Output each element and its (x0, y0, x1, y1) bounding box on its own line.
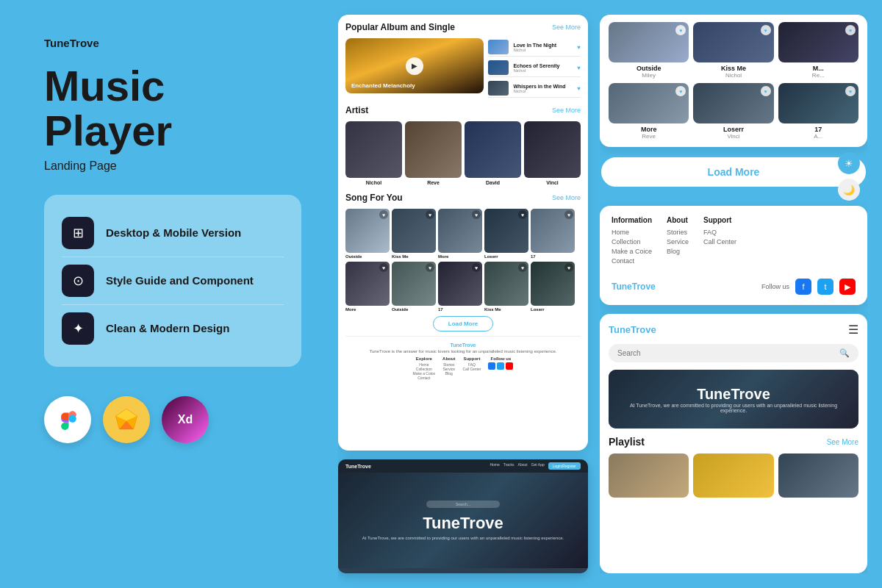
playlist-card-3[interactable] (778, 453, 858, 498)
artist-photo-1 (345, 121, 402, 178)
mobile-menu-icon[interactable]: ☰ (848, 323, 858, 337)
album-item-2: Echoes of Serenity Nichol ♥ (488, 59, 581, 77)
info-col-about: About Stories Service Blog (667, 216, 689, 267)
heart-icon-2[interactable]: ♥ (577, 65, 581, 71)
xd-icon: Xd (162, 396, 209, 443)
right-song-img-4: ♥ (609, 83, 689, 123)
artist-photo-4 (524, 121, 581, 178)
main-title: Music Player (44, 64, 301, 154)
song-name-2: Kiss Me (392, 254, 436, 259)
album-list: Love In The Night Nichol ♥ Echoes of Ser… (488, 38, 581, 98)
playlist-card-1[interactable] (609, 453, 689, 498)
footer-explore-title: Explore (413, 356, 436, 361)
artist-name-4: Vinci (524, 180, 581, 185)
info-info-collection[interactable]: Collection (612, 238, 652, 245)
song-heart-9[interactable]: ♥ (518, 263, 527, 272)
song-heart-3[interactable]: ♥ (472, 210, 481, 219)
landing-register-btn[interactable]: Login/Register (548, 462, 581, 470)
footer-yt-icon[interactable] (506, 362, 513, 370)
song-section: Song For You See More ♥ Outside ♥ Kiss M… (345, 193, 581, 312)
landing-nav-app[interactable]: Get App (531, 462, 545, 470)
artist-see-more[interactable]: See More (552, 107, 581, 114)
center-mockup-column: Popular Album and Single See More Enchan… (338, 15, 588, 573)
feature-item-3: ✦ Clean & Modern Design (62, 304, 284, 352)
artist-4: Vinci (524, 121, 581, 185)
popular-see-more[interactable]: See More (552, 24, 581, 31)
song-heart-1[interactable]: ♥ (379, 210, 388, 219)
song-heart-5[interactable]: ♥ (564, 210, 573, 219)
landing-nav-about[interactable]: About (518, 462, 528, 470)
info-about-blog[interactable]: Blog (667, 248, 689, 255)
info-about-stories[interactable]: Stories (667, 229, 689, 236)
heart-icon-1[interactable]: ♥ (577, 44, 581, 51)
mobile-playlist-section: Playlist See More (609, 436, 858, 498)
info-info-contact[interactable]: Contact (612, 257, 652, 265)
right-song-4: ♥ More Reve (609, 83, 689, 140)
artist-photo-2 (405, 121, 462, 178)
right-song-img-3: ♥ (778, 22, 858, 62)
song-name-9: Kiss Me (484, 307, 528, 312)
playlist-title: Playlist (609, 436, 645, 448)
facebook-icon[interactable]: f (795, 279, 811, 295)
left-panel: TuneTrove Music Player Landing Page ⊞ De… (0, 0, 338, 588)
song-name-8: 17 (438, 307, 482, 312)
info-about-service[interactable]: Service (667, 238, 689, 245)
album-info-2: Echoes of Serenity Nichol (513, 63, 573, 73)
mobile-hero-title: TuneTrove (697, 386, 770, 403)
right-heart-2[interactable]: ♥ (761, 25, 771, 35)
info-support-faq[interactable]: FAQ (703, 229, 736, 236)
landing-logo: TuneTrove (345, 464, 371, 469)
dark-theme-button[interactable]: 🌙 (838, 179, 860, 201)
tool-icons: Xd (44, 396, 301, 443)
info-cols: Information Home Collection Make a Coice… (612, 216, 856, 267)
landing-nav-tracks[interactable]: Tracks (503, 462, 514, 470)
info-support-call[interactable]: Call Center (703, 238, 736, 245)
load-more-button[interactable]: Load More (600, 156, 867, 188)
song-heart-8[interactable]: ♥ (472, 263, 481, 272)
song-heart-10[interactable]: ♥ (564, 263, 573, 272)
heart-icon-3[interactable]: ♥ (577, 85, 581, 92)
landing-search-bar[interactable]: Search... (426, 501, 500, 508)
right-song-title-3: M... (778, 65, 858, 72)
song-item-4: ♥ Loserr (484, 209, 528, 259)
playlist-card-2[interactable] (693, 453, 773, 498)
song-heart-4[interactable]: ♥ (518, 210, 527, 219)
mobile-search[interactable]: 🔍 (609, 344, 858, 362)
playlist-see-more[interactable]: See More (827, 438, 858, 446)
song-heart-2[interactable]: ♥ (426, 210, 434, 219)
footer-explore-contact[interactable]: Contact (413, 376, 436, 380)
info-info-home[interactable]: Home (612, 229, 652, 236)
song-name-4: Loserr (484, 254, 528, 259)
landing-nav-home[interactable]: Home (490, 462, 499, 470)
right-heart-5[interactable]: ♥ (761, 86, 771, 96)
youtube-icon[interactable]: ▶ (839, 279, 856, 295)
right-heart-3[interactable]: ♥ (845, 25, 856, 35)
right-heart-6[interactable]: ♥ (845, 86, 856, 96)
song-heart-6[interactable]: ♥ (379, 263, 388, 272)
footer-fb-icon[interactable] (488, 362, 495, 370)
footer-tw-icon[interactable] (497, 362, 504, 370)
mobile-search-input[interactable] (617, 349, 835, 357)
album-info-1: Love In The Night Nichol (513, 43, 573, 52)
album-thumb-3 (488, 81, 509, 96)
popular-section: Popular Album and Single See More Enchan… (345, 22, 581, 98)
footer-followus: Follow us (488, 356, 513, 380)
song-see-more[interactable]: See More (552, 194, 581, 201)
footer-explore-col: Explore Home Collection Make a Coice Con… (413, 356, 436, 380)
feature-label-2: Style Guide and Component (106, 274, 254, 287)
play-button[interactable]: ▶ (406, 57, 423, 75)
landing-hero-title: TuneTrove (423, 514, 503, 533)
right-song-img-1: ♥ (609, 22, 689, 62)
album-main-title: Enchanted Melancholy (351, 82, 415, 89)
load-more-small-button[interactable]: Load More (433, 316, 493, 331)
footer-support-call[interactable]: Call Center (462, 367, 481, 371)
twitter-icon[interactable]: t (817, 279, 833, 295)
right-side: Popular Album and Single See More Enchan… (338, 0, 882, 588)
right-heart-1[interactable]: ♥ (675, 25, 686, 35)
song-heart-7[interactable]: ♥ (426, 263, 434, 272)
info-info-make[interactable]: Make a Coice (612, 248, 652, 255)
footer-about-blog[interactable]: Blog (442, 371, 455, 376)
light-theme-button[interactable]: ☀ (838, 152, 860, 174)
right-heart-4[interactable]: ♥ (675, 86, 686, 96)
footer-mini-desc: TuneTrove is the answer for music lovers… (353, 349, 573, 354)
